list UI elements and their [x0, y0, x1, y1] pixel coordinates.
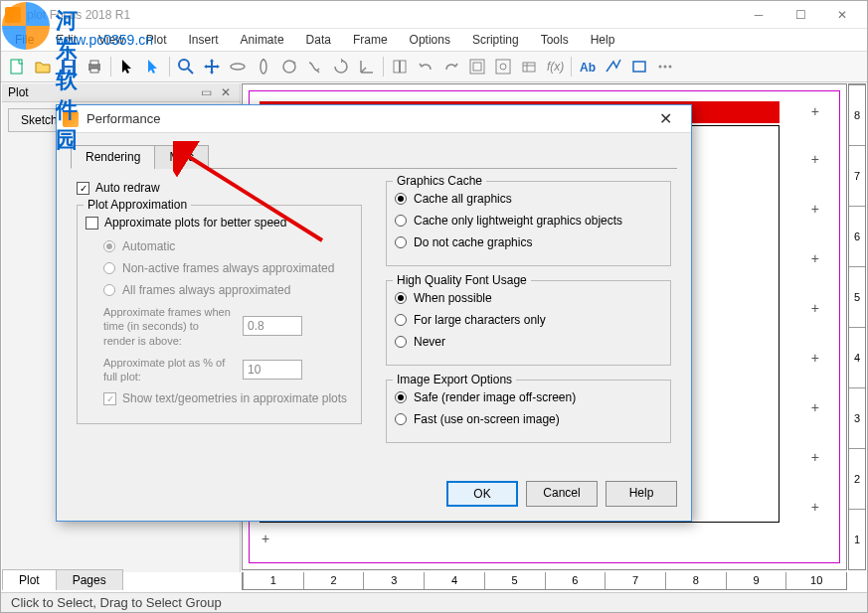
- line-icon[interactable]: [602, 55, 625, 78]
- ok-button[interactable]: OK: [446, 481, 518, 507]
- menu-edit[interactable]: Edit: [46, 30, 87, 50]
- maximize-button[interactable]: ☐: [780, 2, 821, 28]
- time-threshold-input: [243, 316, 302, 336]
- svg-rect-15: [473, 63, 481, 71]
- dialog-title: Performance: [87, 111, 645, 126]
- time-threshold-label: Approximate frames when time (in seconds…: [103, 305, 233, 348]
- svg-point-17: [500, 64, 506, 70]
- svg-rect-3: [65, 68, 73, 73]
- cursor-blue-icon[interactable]: [141, 55, 165, 78]
- statusbar: Click to Select, Drag to Select Group: [1, 592, 867, 612]
- window-title: plot Focus 2018 R1: [27, 8, 738, 22]
- rotate-x-icon[interactable]: [226, 55, 250, 78]
- svg-point-10: [260, 60, 266, 74]
- close-button[interactable]: ✕: [821, 2, 863, 28]
- menu-data[interactable]: Data: [296, 30, 341, 50]
- plus-marker: +: [811, 151, 819, 167]
- menu-tools[interactable]: Tools: [531, 30, 579, 50]
- radio-cache-none[interactable]: Do not cache graphics: [395, 235, 662, 249]
- plus-marker: +: [811, 300, 819, 316]
- rect-icon[interactable]: [627, 55, 651, 78]
- toolbar: f(x) Ab: [1, 51, 867, 82]
- pct-label: Approximate plot as % of full plot:: [103, 356, 233, 384]
- fx-icon[interactable]: f(x): [543, 55, 567, 78]
- svg-line-8: [188, 69, 193, 74]
- app-icon: [5, 7, 21, 23]
- save-icon[interactable]: [57, 55, 81, 78]
- tab-rendering[interactable]: Rendering: [71, 145, 155, 169]
- panel-undock-icon[interactable]: ▭: [198, 85, 215, 99]
- svg-point-25: [664, 66, 667, 69]
- tab-pages[interactable]: Pages: [56, 569, 123, 590]
- radio-export-fast[interactable]: Fast (use on-screen image): [395, 412, 662, 426]
- svg-point-9: [231, 64, 245, 70]
- radio-non-active: Non-active frames always approximated: [103, 261, 353, 275]
- panel-title: Plot: [8, 85, 29, 99]
- data-icon[interactable]: [517, 55, 541, 78]
- svg-rect-5: [90, 61, 98, 65]
- dialog-icon: [63, 111, 79, 127]
- menu-help[interactable]: Help: [581, 30, 625, 50]
- svg-text:Ab: Ab: [580, 61, 596, 75]
- menu-insert[interactable]: Insert: [179, 30, 229, 50]
- radio-export-safe[interactable]: Safe (render image off-screen): [395, 390, 662, 404]
- auto-redraw-checkbox[interactable]: ✓ Auto redraw: [77, 181, 362, 195]
- svg-rect-2: [65, 61, 73, 66]
- radio-cache-all[interactable]: Cache all graphics: [395, 192, 662, 206]
- menu-animate[interactable]: Animate: [231, 30, 294, 50]
- minimize-button[interactable]: ─: [738, 2, 780, 28]
- redo-icon[interactable]: [439, 55, 463, 78]
- menu-options[interactable]: Options: [400, 30, 460, 50]
- cursor-black-icon[interactable]: [115, 55, 139, 78]
- tab-misc[interactable]: Misc: [154, 145, 209, 169]
- pct-input: [243, 360, 302, 380]
- zoom-icon[interactable]: [174, 55, 198, 78]
- svg-point-26: [669, 66, 672, 69]
- radio-cache-light[interactable]: Cache only lightweight graphics objects: [395, 214, 662, 228]
- menubar: File Edit View Plot Insert Animate Data …: [1, 29, 867, 51]
- menu-view[interactable]: View: [88, 30, 134, 50]
- rotate-y-icon[interactable]: [252, 55, 275, 78]
- dialog-titlebar[interactable]: Performance ✕: [57, 105, 691, 133]
- slice-icon[interactable]: [388, 55, 412, 78]
- text-icon[interactable]: Ab: [576, 55, 600, 78]
- plus-marker: +: [811, 399, 819, 415]
- panel-close-icon[interactable]: ✕: [218, 85, 234, 99]
- new-icon[interactable]: [5, 55, 29, 78]
- plot-approximation-group: Plot Approximation Approximate plots for…: [77, 205, 362, 424]
- menu-scripting[interactable]: Scripting: [462, 30, 529, 50]
- dialog-close-button[interactable]: ✕: [645, 106, 685, 132]
- radio-font-never[interactable]: Never: [395, 335, 662, 349]
- performance-dialog: Performance ✕ Rendering Misc ✓ Auto redr…: [56, 104, 692, 522]
- dialog-tabs: Rendering Misc: [71, 145, 677, 169]
- fit2-icon[interactable]: [491, 55, 515, 78]
- help-button[interactable]: Help: [606, 481, 677, 507]
- approximate-plots-checkbox[interactable]: Approximate plots for better speed: [86, 216, 353, 230]
- svg-rect-4: [88, 64, 100, 71]
- svg-point-7: [179, 60, 189, 70]
- axis-icon[interactable]: [355, 55, 379, 78]
- rotate-z-icon[interactable]: [277, 55, 301, 78]
- svg-rect-1: [62, 60, 76, 74]
- open-icon[interactable]: [31, 55, 55, 78]
- print-icon[interactable]: [83, 55, 106, 78]
- cancel-button[interactable]: Cancel: [526, 481, 598, 507]
- fit-icon[interactable]: [465, 55, 489, 78]
- menu-file[interactable]: File: [5, 30, 44, 50]
- svg-rect-6: [90, 69, 98, 73]
- move-icon[interactable]: [200, 55, 224, 78]
- menu-plot[interactable]: Plot: [136, 30, 177, 50]
- roll-icon[interactable]: [329, 55, 353, 78]
- svg-rect-12: [394, 61, 406, 73]
- more-icon[interactable]: [653, 55, 677, 78]
- tab-plot[interactable]: Plot: [2, 569, 57, 590]
- menu-frame[interactable]: Frame: [343, 30, 398, 50]
- plus-marker: +: [811, 499, 819, 515]
- twist-icon[interactable]: [303, 55, 327, 78]
- radio-font-when-possible[interactable]: When possible: [395, 291, 662, 305]
- titlebar: plot Focus 2018 R1 ─ ☐ ✕: [1, 1, 867, 29]
- undo-icon[interactable]: [414, 55, 437, 78]
- plus-marker: +: [811, 103, 819, 119]
- svg-rect-23: [633, 62, 645, 72]
- radio-font-large[interactable]: For large characters only: [395, 313, 662, 327]
